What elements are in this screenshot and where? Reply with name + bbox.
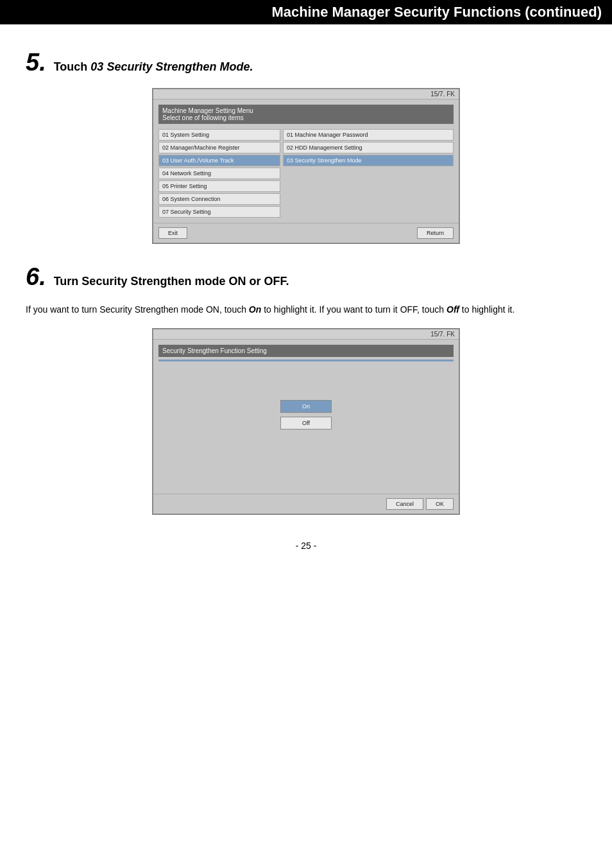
- screen2-title: Security Strengthen Function Setting: [158, 345, 454, 357]
- screen2-inner: Security Strengthen Function Setting On …: [153, 340, 459, 494]
- screen2-bottom: Cancel OK: [153, 494, 459, 514]
- screen2-on-button[interactable]: On: [280, 400, 332, 413]
- screen-mockup-2: 15/7. FK Security Strengthen Function Se…: [152, 328, 460, 515]
- menu-columns: 01 System Setting 02 Manager/Machine Reg…: [158, 129, 454, 218]
- menu-right: 01 Machine Manager Password 02 HDD Manag…: [283, 129, 454, 218]
- step5-heading: 5. Touch 03 Security Strengthen Mode.: [26, 49, 586, 76]
- step5-text: Touch 03 Security Strengthen Mode.: [54, 60, 253, 74]
- screen2-buttons: On Off: [158, 400, 454, 430]
- step6-description: If you want to turn Security Strengthen …: [26, 302, 586, 317]
- page-header: Machine Manager Security Functions (cont…: [0, 0, 612, 24]
- left-item-4[interactable]: 05 Printer Setting: [158, 180, 280, 192]
- main-content: 5. Touch 03 Security Strengthen Mode. 15…: [0, 24, 612, 577]
- step5-highlight: 03 Security Strengthen Mode.: [90, 60, 253, 73]
- screen2-separator: [158, 360, 454, 361]
- step5-number: 5.: [26, 49, 46, 76]
- screen1-inner: Machine Manager Setting Menu Select one …: [153, 100, 459, 223]
- screen2-statusbar: 15/7. FK: [153, 329, 459, 340]
- screen1-bottom: Exit Return: [153, 223, 459, 243]
- left-item-6[interactable]: 07 Security Setting: [158, 206, 280, 218]
- screen2-cancel-button[interactable]: Cancel: [386, 498, 423, 510]
- screen1-return-button[interactable]: Return: [417, 227, 454, 239]
- screen-mockup-1: 15/7. FK Machine Manager Setting Menu Se…: [152, 88, 460, 244]
- left-item-1[interactable]: 02 Manager/Machine Register: [158, 142, 280, 153]
- right-item-2[interactable]: 03 Security Strengthen Mode: [283, 155, 454, 166]
- screen1-statusbar: 15/7. FK: [153, 89, 459, 100]
- left-item-2[interactable]: 03 User Auth./Volume Track: [158, 155, 280, 166]
- screen2-ok-button[interactable]: OK: [426, 498, 454, 510]
- left-item-0[interactable]: 01 System Setting: [158, 129, 280, 141]
- step6-number: 6.: [26, 263, 46, 291]
- screen2-off-button[interactable]: Off: [280, 417, 332, 430]
- right-item-1[interactable]: 02 HDD Management Setting: [283, 142, 454, 153]
- right-item-0[interactable]: 01 Machine Manager Password: [283, 129, 454, 141]
- left-item-3[interactable]: 04 Network Setting: [158, 168, 280, 179]
- step6-heading: 6. Turn Security Strengthen mode ON or O…: [26, 263, 586, 291]
- menu-title-line1: Machine Manager Setting Menu: [162, 107, 450, 114]
- page-number: - 25 -: [26, 541, 586, 551]
- menu-left: 01 System Setting 02 Manager/Machine Reg…: [158, 129, 280, 218]
- menu-title-line2: Select one of following items: [162, 114, 450, 121]
- screen1-exit-button[interactable]: Exit: [158, 227, 187, 239]
- screen1-menu-title: Machine Manager Setting Menu Select one …: [158, 105, 454, 124]
- step6-text: Turn Security Strengthen mode ON or OFF.: [54, 275, 289, 288]
- left-item-5[interactable]: 06 System Connection: [158, 193, 280, 205]
